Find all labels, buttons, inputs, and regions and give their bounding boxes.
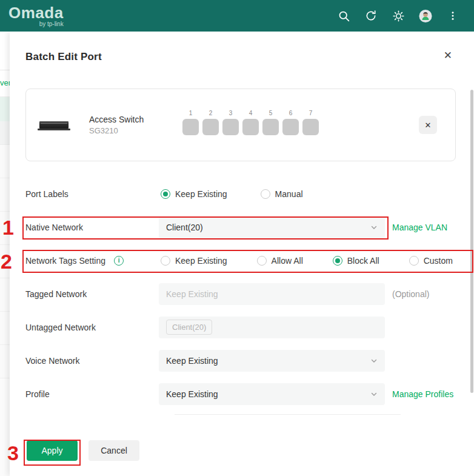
network-tags-row: Network Tags Setting i Keep Existing All… bbox=[25, 244, 458, 277]
port-number: 3 bbox=[229, 110, 233, 116]
radio-manual[interactable]: Manual bbox=[261, 189, 303, 199]
radio-icon bbox=[261, 189, 270, 199]
native-network-row: Native Network Client(20) Manage VLAN bbox=[25, 210, 458, 244]
close-icon: ✕ bbox=[425, 121, 432, 130]
port-number: 7 bbox=[309, 110, 313, 116]
switch-device-image bbox=[39, 121, 68, 129]
voice-network-value: Keep Existing bbox=[166, 356, 218, 366]
chevron-down-icon bbox=[370, 391, 378, 398]
port-2[interactable]: 2 bbox=[202, 110, 219, 135]
port-3[interactable]: 3 bbox=[222, 110, 239, 135]
manage-profiles-link[interactable]: Manage Profiles bbox=[392, 389, 453, 399]
port-selector: 1 2 3 4 5 6 7 bbox=[182, 110, 319, 135]
voice-network-row: Voice Network Keep Existing bbox=[25, 344, 458, 377]
apply-button[interactable]: Apply bbox=[27, 440, 78, 461]
port-number: 4 bbox=[249, 110, 253, 116]
port-square[interactable] bbox=[202, 119, 219, 135]
optional-hint: (Optional) bbox=[392, 289, 429, 299]
close-icon[interactable]: ✕ bbox=[440, 48, 456, 63]
port-labels-radio-group: Keep Existing Manual bbox=[159, 189, 303, 199]
port-number: 2 bbox=[209, 110, 213, 116]
radio-label: Keep Existing bbox=[175, 256, 227, 266]
untagged-network-field[interactable]: Client(20) bbox=[159, 317, 385, 338]
port-number: 6 bbox=[289, 110, 293, 116]
kebab-menu-icon[interactable] bbox=[446, 9, 459, 22]
remove-device-button[interactable]: ✕ bbox=[419, 116, 437, 134]
background-row bbox=[0, 278, 10, 312]
info-icon[interactable]: i bbox=[114, 256, 124, 266]
device-info: Access Switch SG3210 bbox=[39, 115, 182, 135]
tagged-network-row: Tagged Network (Optional) bbox=[25, 277, 458, 310]
port-square[interactable] bbox=[262, 119, 279, 135]
untagged-network-row: Untagged Network Client(20) bbox=[25, 310, 458, 344]
avatar[interactable] bbox=[419, 9, 432, 22]
brightness-icon[interactable] bbox=[392, 9, 405, 22]
port-square[interactable] bbox=[282, 119, 299, 135]
background-row bbox=[0, 312, 10, 345]
untagged-network-label: Untagged Network bbox=[25, 323, 159, 332]
radio-label: Allow All bbox=[272, 256, 303, 266]
port-6[interactable]: 6 bbox=[282, 110, 299, 135]
brand-text: Omada bbox=[8, 5, 64, 21]
topbar-icon-group bbox=[337, 9, 459, 22]
profile-row: Profile Keep Existing Manage Profiles bbox=[25, 377, 458, 411]
port-square[interactable] bbox=[182, 119, 199, 135]
annotation-number-2: 2 bbox=[1, 251, 12, 272]
top-navigation-bar: Omada by tp-link bbox=[0, 0, 474, 32]
divider bbox=[175, 414, 401, 415]
port-7[interactable]: 7 bbox=[302, 110, 319, 135]
background-row bbox=[0, 345, 10, 378]
device-card: Access Switch SG3210 1 2 3 4 5 bbox=[25, 89, 456, 161]
radio-icon bbox=[409, 256, 419, 266]
radio-allow-all[interactable]: Allow All bbox=[257, 256, 303, 266]
device-name: Access Switch bbox=[89, 115, 144, 124]
network-chip: Client(20) bbox=[166, 320, 212, 335]
voice-network-select[interactable]: Keep Existing bbox=[159, 350, 385, 372]
background-row bbox=[0, 145, 10, 178]
omada-logo[interactable]: Omada by tp-link bbox=[8, 5, 64, 27]
profile-label: Profile bbox=[25, 389, 159, 399]
port-square[interactable] bbox=[302, 119, 319, 135]
port-1[interactable]: 1 bbox=[182, 110, 199, 135]
background-row bbox=[0, 178, 10, 212]
native-network-label: Native Network bbox=[25, 223, 159, 232]
radio-keep-existing[interactable]: Keep Existing bbox=[161, 256, 227, 266]
voice-network-label: Voice Network bbox=[25, 356, 159, 366]
annotation-number-1: 1 bbox=[2, 217, 14, 238]
port-4[interactable]: 4 bbox=[242, 110, 259, 135]
background-tab-row: ver bbox=[0, 70, 10, 97]
refresh-icon[interactable] bbox=[364, 9, 378, 22]
radio-block-all[interactable]: Block All bbox=[333, 256, 379, 266]
native-network-value: Client(20) bbox=[166, 223, 203, 232]
tagged-network-label: Tagged Network bbox=[25, 289, 159, 299]
background-highlighted-row bbox=[0, 97, 10, 121]
search-icon[interactable] bbox=[337, 9, 350, 22]
network-tags-label-text: Network Tags Setting bbox=[25, 256, 105, 266]
port-square[interactable] bbox=[222, 119, 239, 135]
profile-select[interactable]: Keep Existing bbox=[159, 383, 385, 405]
background-row bbox=[0, 32, 10, 70]
cancel-button[interactable]: Cancel bbox=[88, 440, 139, 461]
native-network-select[interactable]: Client(20) bbox=[159, 216, 385, 238]
port-number: 1 bbox=[189, 110, 193, 116]
batch-edit-form: Port Labels Keep Existing Manual Native … bbox=[25, 177, 458, 411]
network-tags-label: Network Tags Setting i bbox=[25, 256, 159, 266]
port-square[interactable] bbox=[242, 119, 259, 135]
network-tags-radio-group: Keep Existing Allow All Block All Custom bbox=[159, 256, 453, 266]
radio-icon bbox=[161, 256, 170, 266]
batch-edit-port-modal: Batch Edit Port ✕ Access Switch SG3210 1… bbox=[10, 32, 474, 476]
device-names: Access Switch SG3210 bbox=[89, 115, 144, 135]
manage-vlan-link[interactable]: Manage VLAN bbox=[392, 223, 447, 232]
radio-icon bbox=[161, 189, 170, 199]
radio-custom[interactable]: Custom bbox=[409, 256, 453, 266]
modal-title: Batch Edit Port bbox=[25, 51, 102, 63]
radio-keep-existing[interactable]: Keep Existing bbox=[161, 189, 227, 199]
port-5[interactable]: 5 bbox=[262, 110, 279, 135]
port-number: 5 bbox=[269, 110, 273, 116]
device-model: SG3210 bbox=[89, 126, 144, 135]
modal-footer: Apply Cancel bbox=[25, 440, 458, 461]
scrollbar-thumb[interactable] bbox=[470, 90, 473, 393]
tagged-network-input[interactable] bbox=[159, 283, 385, 305]
radio-label: Keep Existing bbox=[175, 189, 227, 199]
chevron-down-icon bbox=[370, 224, 378, 231]
